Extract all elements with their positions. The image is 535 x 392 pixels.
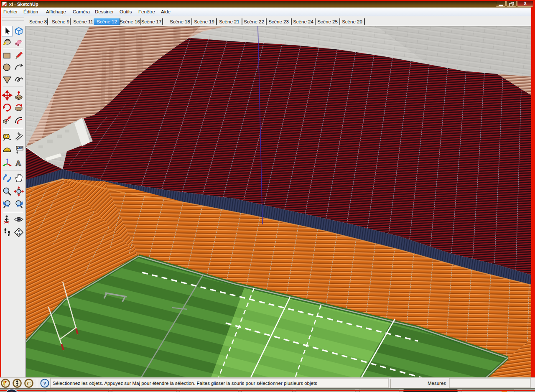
svg-text:ABC: ABC [17, 147, 23, 150]
svg-text:?: ? [43, 380, 46, 387]
svg-text:Sélectionnez les objets. Appuy: Sélectionnez les objets. Appuyez sur Maj… [53, 381, 317, 386]
svg-text:C: C [27, 380, 31, 387]
svg-text:A: A [15, 159, 21, 168]
svg-text:C: C [18, 230, 20, 232]
svg-text:A-S: A-S [17, 233, 21, 235]
svg-text:Mesures: Mesures [428, 381, 446, 386]
